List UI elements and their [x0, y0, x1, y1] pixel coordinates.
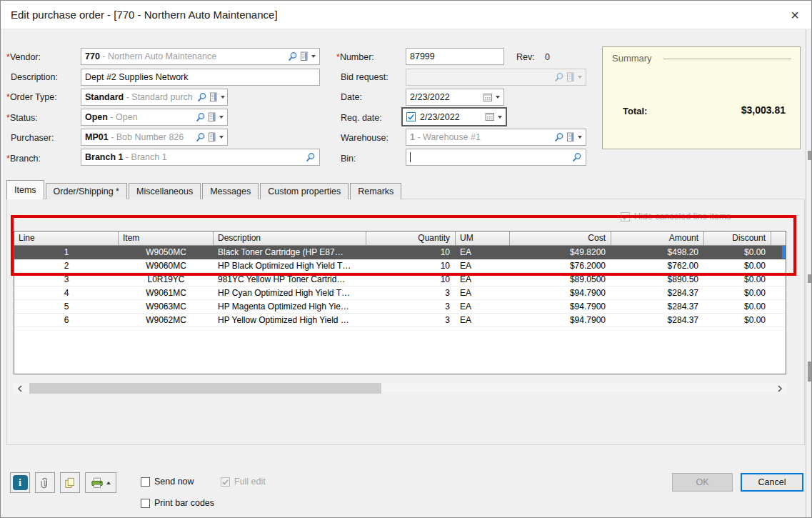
line-items-table: LineItemDescriptionQuantityUMCostAmountD…: [14, 231, 786, 374]
lookup-icon[interactable]: [288, 51, 298, 61]
cell-description: Black Toner Cartridge (HP E87…: [214, 247, 366, 257]
tab-messages[interactable]: Messages: [202, 183, 259, 199]
summary-panel: Summary Total: $3,003.81: [602, 46, 801, 149]
tab-order-shipping[interactable]: Order/Shipping *: [46, 183, 127, 199]
cell-discount: $0.00: [704, 261, 771, 271]
horizontal-scrollbar[interactable]: [14, 383, 786, 394]
cell-item: W9061MC: [119, 288, 214, 298]
tab-miscellaneous[interactable]: Miscellaneous: [129, 183, 201, 199]
branch-field[interactable]: Branch 1 - Branch 1: [81, 149, 320, 166]
close-button[interactable]: ×: [784, 5, 806, 25]
purchaser-field[interactable]: MP01 - Bob Number 826: [81, 129, 228, 146]
info-button[interactable]: i: [10, 472, 30, 493]
cell-cost: $89.0500: [510, 274, 611, 284]
cancel-button[interactable]: Cancel: [741, 473, 803, 492]
tab-remarks[interactable]: Remarks: [350, 183, 401, 199]
table-row[interactable]: 4W9061MCHP Cyan Optimized High Yield T…3…: [14, 287, 786, 300]
date-field[interactable]: 2/23/2022: [406, 89, 504, 106]
tab-custom-properties[interactable]: Custom properties: [260, 183, 349, 199]
table-row[interactable]: 2W9060MCHP Black Optimized High Yield T……: [14, 259, 786, 273]
bin-label: Bin:: [341, 154, 356, 164]
lookup-icon[interactable]: [554, 132, 564, 142]
hide-canceled-checkbox: [621, 212, 630, 221]
summary-title: Summary: [612, 53, 652, 64]
checkmark-icon: [621, 213, 629, 221]
column-header-filler: [771, 231, 784, 245]
lookup-icon[interactable]: [306, 152, 316, 162]
cell-description: HP Yellow Optimized High Yield …: [214, 315, 366, 325]
window-edge: [806, 29, 806, 518]
branch-label: *Branch:: [6, 154, 41, 164]
calendar-icon[interactable]: [485, 112, 495, 121]
print-bar-codes-checkbox[interactable]: [141, 499, 150, 508]
status-label: *Status:: [6, 113, 38, 123]
dropdown-caret-icon[interactable]: [221, 96, 225, 99]
column-header-description[interactable]: Description: [214, 231, 366, 245]
summary-divider: [663, 59, 791, 59]
note-icon[interactable]: [566, 132, 575, 142]
vendor-field[interactable]: 770 - Northern Auto Maintenance: [81, 48, 320, 65]
cell-amount: $498.20: [611, 247, 704, 257]
note-icon[interactable]: [208, 132, 216, 142]
cell-quantity: 3: [366, 315, 456, 325]
note-icon[interactable]: [209, 92, 218, 102]
column-header-cost[interactable]: Cost: [510, 231, 611, 245]
table-row[interactable]: 5W9063MCHP Magenta Optimized High Yie…3E…: [14, 300, 786, 314]
close-icon: ×: [791, 7, 799, 24]
note-icon[interactable]: [208, 112, 216, 122]
cell-item: W9050MC: [119, 247, 214, 257]
column-header-um[interactable]: UM: [456, 231, 510, 245]
req-date-field[interactable]: 2/23/2022: [401, 107, 507, 126]
dropdown-caret-icon[interactable]: [219, 116, 224, 119]
checkmark-icon: [221, 478, 229, 486]
cell-line: 6: [14, 315, 119, 325]
send-now-checkbox[interactable]: [141, 477, 150, 487]
description-label: Description:: [11, 72, 58, 82]
column-header-item[interactable]: Item: [119, 231, 214, 245]
lookup-icon: [554, 72, 564, 82]
note-icon[interactable]: [300, 51, 309, 61]
cell-um: EA: [456, 302, 510, 312]
attachment-button[interactable]: [35, 472, 55, 493]
number-field[interactable]: 87999: [406, 48, 504, 65]
warehouse-field[interactable]: 1 - Warehouse #1: [406, 129, 586, 146]
table-row[interactable]: 1W9050MCBlack Toner Cartridge (HP E87…10…: [14, 246, 786, 259]
lookup-icon[interactable]: [196, 132, 206, 142]
order-type-field[interactable]: Standard - Standard purch: [81, 89, 228, 106]
calendar-icon[interactable]: [483, 93, 493, 102]
dropdown-caret-icon[interactable]: [311, 55, 316, 58]
column-header-discount[interactable]: Discount: [704, 231, 771, 245]
cell-item: L0R19YC: [119, 274, 214, 284]
copy-documents-button[interactable]: [60, 472, 80, 493]
bin-field[interactable]: [406, 149, 586, 166]
lookup-icon[interactable]: [572, 152, 582, 162]
table-row[interactable]: 6W9062MCHP Yellow Optimized High Yield ……: [14, 314, 786, 327]
send-now-label: Send now: [154, 477, 194, 487]
dropdown-caret-icon[interactable]: [496, 96, 500, 99]
table-row[interactable]: 3L0R19YC981YC Yellow HP Toner Cartrid…10…: [14, 273, 786, 287]
print-menu-caret-icon[interactable]: [106, 482, 111, 484]
description-field[interactable]: Dept #2 Supplies Network: [81, 69, 320, 86]
dropdown-caret-icon[interactable]: [578, 136, 582, 139]
window-edge: [808, 151, 812, 160]
dropdown-caret-icon[interactable]: [498, 116, 502, 119]
scrollbar-thumb[interactable]: [29, 383, 381, 394]
cell-discount: $0.00: [704, 247, 771, 257]
warehouse-label: Warehouse:: [341, 133, 389, 143]
cell-quantity: 3: [366, 302, 456, 312]
scroll-left-icon[interactable]: [15, 384, 25, 393]
column-header-quantity[interactable]: Quantity: [366, 231, 456, 245]
title-bar: Edit purchase order - [770 - Northern Au…: [1, 1, 811, 29]
column-header-amount[interactable]: Amount: [611, 231, 704, 245]
dropdown-caret-icon[interactable]: [219, 136, 224, 139]
lookup-icon[interactable]: [197, 92, 207, 102]
cell-um: EA: [456, 247, 510, 257]
print-button[interactable]: [85, 472, 116, 493]
status-field[interactable]: Open - Open: [81, 109, 228, 126]
cell-item: W9060MC: [119, 261, 214, 271]
req-date-checkbox[interactable]: [406, 112, 416, 121]
tab-items[interactable]: Items: [6, 180, 44, 199]
scroll-right-icon[interactable]: [775, 384, 785, 393]
column-header-line[interactable]: Line: [14, 231, 119, 245]
lookup-icon[interactable]: [196, 112, 206, 122]
